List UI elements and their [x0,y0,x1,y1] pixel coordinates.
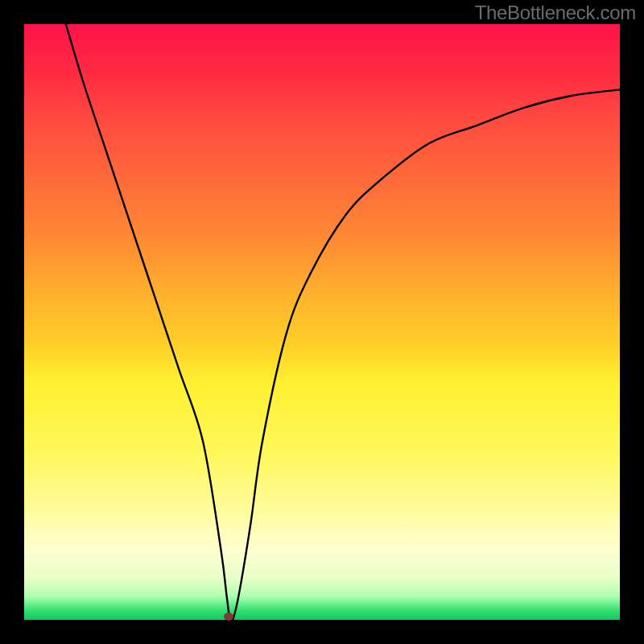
plot-area [24,24,620,620]
curve-path [66,24,620,620]
optimal-point-marker [224,613,233,621]
watermark-text: TheBottleneck.com [475,2,636,24]
chart-frame: TheBottleneck.com [0,0,644,644]
bottleneck-curve [24,24,620,620]
